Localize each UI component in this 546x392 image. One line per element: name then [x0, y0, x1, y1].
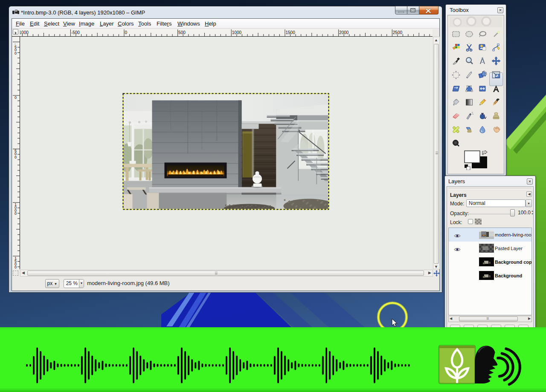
- svg-text:-1000: -1000: [20, 30, 29, 35]
- svg-text:1000: 1000: [15, 202, 17, 216]
- svg-text:0: 0: [125, 30, 128, 35]
- svg-text:-500: -500: [71, 30, 80, 35]
- svg-text:500: 500: [15, 149, 17, 159]
- svg-text:1500: 1500: [286, 30, 296, 35]
- svg-text:500: 500: [178, 30, 186, 35]
- svg-text:2000: 2000: [339, 30, 349, 35]
- svg-text:0: 0: [15, 95, 17, 100]
- svg-text:2500: 2500: [393, 30, 403, 35]
- svg-text:1500: 1500: [15, 256, 17, 270]
- svg-text:1000: 1000: [232, 30, 242, 35]
